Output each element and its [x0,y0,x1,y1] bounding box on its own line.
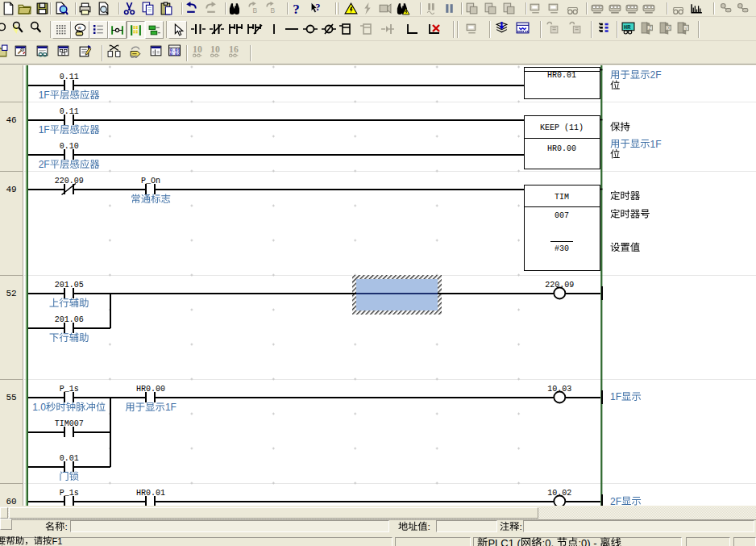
svg-text::: : [519,521,521,532]
svg-text::: : [428,521,430,532]
svg-text::0) -: :0) - [579,537,597,546]
svg-text::0,: :0, [542,537,554,546]
svg-text::: : [64,521,67,532]
svg-text:F1: F1 [52,536,62,546]
svg-text:PLC1 (: PLC1 ( [488,537,521,546]
